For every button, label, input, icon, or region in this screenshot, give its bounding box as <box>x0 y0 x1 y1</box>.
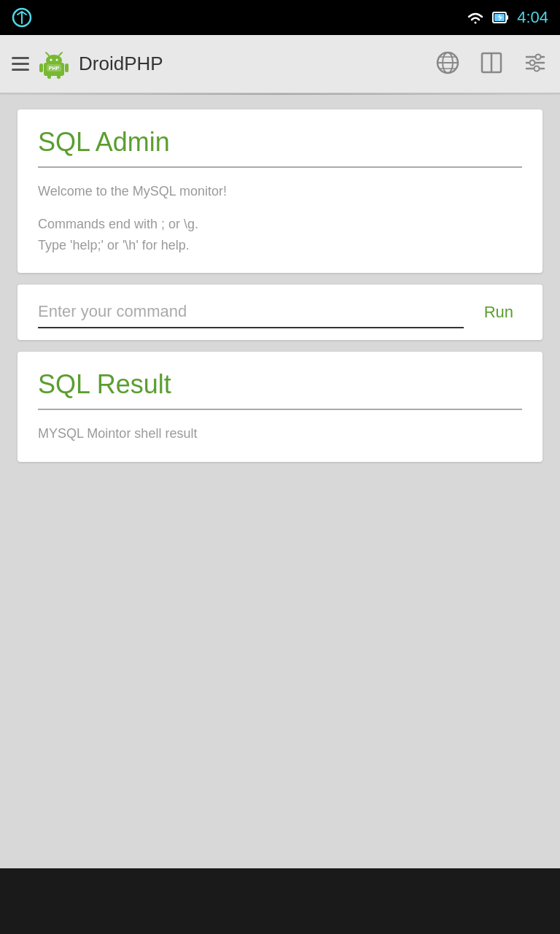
sql-admin-card: SQL Admin Welcome to the MySQL monitor! … <box>18 109 542 273</box>
battery-charging-icon <box>492 9 510 26</box>
wifi-icon <box>466 9 485 26</box>
svg-line-8 <box>46 53 49 55</box>
status-bar: 4:04 <box>0 0 560 35</box>
bottom-nav <box>0 868 560 934</box>
svg-point-6 <box>50 58 52 61</box>
svg-rect-13 <box>57 74 61 79</box>
app-bar: PHP DroidPHP <box>0 35 560 93</box>
oem-icon <box>12 7 32 28</box>
svg-rect-2 <box>506 15 508 20</box>
sql-result-card: SQL Result MYSQL Mointor shell result <box>18 352 542 462</box>
command-input[interactable] <box>38 296 464 328</box>
sql-result-text: MYSQL Mointor shell result <box>38 423 522 444</box>
sql-result-title: SQL Result <box>38 369 522 400</box>
svg-rect-11 <box>65 63 69 72</box>
panel-icon[interactable] <box>478 50 505 79</box>
status-bar-right: 4:04 <box>466 8 548 27</box>
run-button[interactable]: Run <box>475 297 522 328</box>
svg-rect-10 <box>39 63 43 72</box>
command-card: Run <box>18 285 542 340</box>
svg-line-9 <box>59 53 62 55</box>
svg-point-26 <box>536 54 541 59</box>
sql-result-divider <box>38 409 522 410</box>
main-content: SQL Admin Welcome to the MySQL monitor! … <box>0 95 560 868</box>
svg-rect-12 <box>47 74 51 79</box>
svg-text:PHP: PHP <box>49 66 60 71</box>
sql-admin-help: Commands end with ; or \g. Type 'help;' … <box>38 214 522 256</box>
status-bar-left <box>12 7 32 28</box>
svg-point-28 <box>534 66 540 71</box>
sliders-icon[interactable] <box>522 50 548 79</box>
svg-point-7 <box>56 58 58 61</box>
sql-admin-divider <box>38 166 522 168</box>
status-time: 4:04 <box>517 8 548 27</box>
svg-point-27 <box>530 60 535 65</box>
sql-admin-title: SQL Admin <box>38 127 522 158</box>
globe-icon[interactable] <box>435 50 461 79</box>
hamburger-menu-icon[interactable] <box>12 57 29 71</box>
sql-admin-welcome: Welcome to the MySQL monitor! <box>38 181 522 202</box>
app-logo: PHP <box>38 48 70 80</box>
app-bar-icons <box>435 50 548 79</box>
app-title: DroidPHP <box>79 53 426 75</box>
